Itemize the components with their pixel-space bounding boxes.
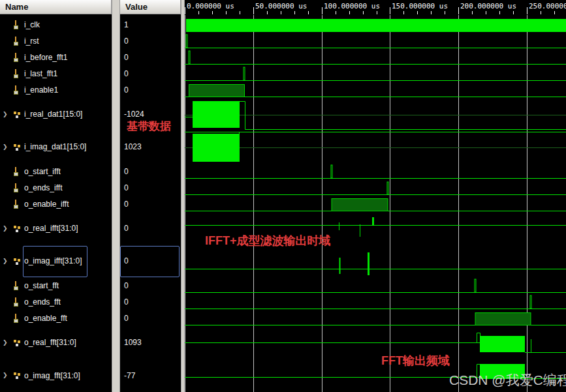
signal-name: o_ends_ifft (24, 183, 63, 192)
signal-value: 0 (124, 53, 129, 62)
signal-row-o_ends_fft[interactable]: o_ends_fft (0, 294, 112, 310)
value-cell-i_before_fft1[interactable]: 0 (120, 49, 181, 65)
time-label-150: 150.000000 us (392, 2, 448, 10)
signal-row-o_start_fft[interactable]: o_start_fft (0, 277, 112, 294)
signal-name: i_real_dat1[15:0] (24, 110, 82, 119)
value-cell-i_enable1[interactable]: 0 (120, 82, 181, 98)
time-label-50: 50.000000 us (255, 2, 307, 10)
signal-value: 0 (124, 167, 129, 176)
signal-value: -1024 (124, 110, 144, 119)
signal-row-i_rst[interactable]: i_rst (0, 33, 112, 49)
wave-o_imag_ifft[interactable] (185, 252, 566, 275)
signal-row-o_enable_fft[interactable]: o_enable_fft (0, 310, 112, 326)
value-cell-i_imag_dat1[interactable]: 1023 (120, 130, 181, 163)
value-wave-splitter[interactable] (181, 0, 185, 392)
value-cell-o_enable_ifft[interactable]: 0 (120, 196, 181, 212)
signal-value: 0 (124, 69, 129, 78)
selected-name-outline (23, 246, 87, 277)
expand-arrow-icon[interactable]: ❯ (3, 144, 10, 150)
expand-arrow-icon[interactable]: ❯ (3, 226, 10, 232)
wave-o_enable_ifft[interactable] (185, 199, 566, 211)
wave-i_imag_dat1[interactable] (185, 132, 566, 162)
selected-value-outline (120, 246, 180, 277)
scalar-signal-icon (13, 200, 22, 208)
waveform-viewer-window: 0.000000 us 50.000000 us 100.000000 us 1… (0, 0, 566, 392)
value-column-header[interactable]: Value (120, 0, 181, 14)
signal-row-o_real_fft[interactable]: ❯o_real_fft[31:0] (0, 326, 112, 359)
bus-signal-icon (13, 110, 22, 119)
name-column-header[interactable]: Name (0, 0, 112, 14)
wave-i_clk[interactable] (186, 19, 566, 32)
value-cell-o_imag_fft[interactable]: -77 (120, 359, 181, 392)
expand-arrow-icon[interactable]: ❯ (3, 372, 10, 378)
signal-row-i_last_fft1[interactable]: i_last_fft1 (0, 65, 112, 82)
value-cell-o_start_fft[interactable]: 0 (120, 277, 181, 294)
scalar-signal-icon (13, 53, 22, 61)
signal-value: 0 (124, 281, 129, 290)
wave-o_start_ifft[interactable] (185, 165, 566, 179)
scalar-signal-icon (13, 314, 22, 322)
wave-o_start_fft[interactable] (185, 279, 566, 293)
signal-row-i_enable1[interactable]: i_enable1 (0, 82, 112, 98)
wave-o_ends_fft[interactable] (185, 295, 566, 309)
expand-arrow-icon[interactable]: ❯ (3, 112, 10, 117)
value-cell-o_ends_fft[interactable]: 0 (120, 294, 181, 310)
scalar-signal-icon (13, 37, 22, 45)
signal-name: i_last_fft1 (24, 69, 57, 78)
value-cell-o_enable_fft[interactable]: 0 (120, 310, 181, 326)
signal-row-i_imag_dat1[interactable]: ❯i_imag_dat1[15:0] (0, 130, 112, 163)
scalar-signal-icon (13, 69, 22, 78)
signal-row-o_start_ifft[interactable]: o_start_ifft (0, 163, 112, 179)
bus-signal-icon (13, 371, 22, 380)
value-cell-i_last_fft1[interactable]: 0 (120, 65, 181, 82)
signal-row-o_imag_fft[interactable]: ❯o_imag_fft[31:0] (0, 359, 112, 392)
value-cell-i_clk[interactable]: 1 (120, 16, 181, 33)
bus-signal-icon (13, 224, 22, 233)
bus-signal-icon (13, 143, 22, 151)
signal-row-o_enable_ifft[interactable]: o_enable_ifft (0, 196, 112, 212)
signal-row-i_before_fft1[interactable]: i_before_fft1 (0, 49, 112, 65)
signal-name: o_start_fft (24, 281, 59, 290)
value-cell-o_start_ifft[interactable]: 0 (120, 163, 181, 179)
signal-value: 0 (124, 183, 129, 192)
wave-i_last_fft1[interactable] (185, 67, 566, 81)
value-cell-i_rst[interactable]: 0 (120, 33, 181, 49)
signal-name: i_imag_dat1[15:0] (24, 142, 86, 151)
signal-row-i_real_dat1[interactable]: ❯i_real_dat1[15:0] (0, 98, 112, 130)
scalar-signal-icon (13, 183, 22, 192)
wave-i_real_dat1[interactable] (185, 101, 566, 130)
signal-name: o_imag_fft[31:0] (24, 371, 80, 380)
wave-o_real_fft[interactable] (185, 333, 566, 353)
wave-o_ends_ifft[interactable] (185, 182, 566, 195)
expand-arrow-icon[interactable]: ❯ (3, 340, 10, 346)
expand-arrow-icon[interactable]: ❯ (3, 258, 10, 264)
annotation-ifft-output: IFFT+成型滤波输出时域 (205, 233, 331, 249)
signal-row-o_ends_ifft[interactable]: o_ends_ifft (0, 179, 112, 196)
signal-name: i_before_fft1 (24, 53, 68, 62)
wave-i_before_fft1[interactable] (185, 51, 566, 65)
value-cell-o_ends_ifft[interactable]: 0 (120, 179, 181, 196)
signal-value: 1023 (124, 142, 142, 151)
name-value-splitter[interactable] (112, 0, 120, 392)
annotation-fft-output: FFT输出频域 (381, 353, 450, 369)
signal-value: 1 (124, 20, 129, 29)
signal-value: 0 (124, 314, 129, 323)
signal-name: o_real_fft[31:0] (24, 338, 76, 347)
signal-row-i_clk[interactable]: i_clk (0, 16, 112, 33)
wave-i_rst[interactable] (185, 35, 566, 48)
signal-value: 0 (124, 224, 129, 233)
signal-name: i_clk (24, 20, 40, 29)
time-label-0: 0.000000 us (187, 2, 234, 10)
wave-o_enable_fft[interactable] (185, 313, 566, 325)
value-cell-o_real_ifft[interactable]: 0 (120, 212, 181, 245)
value-cell-o_real_fft[interactable]: 1093 (120, 326, 181, 359)
signal-name: o_enable_ifft (24, 200, 69, 209)
bus-signal-icon (13, 257, 22, 265)
signal-value: 0 (124, 297, 129, 307)
scalar-signal-icon (13, 297, 22, 306)
signal-name: i_rst (24, 37, 39, 46)
signal-name: o_real_ifft[31:0] (24, 224, 78, 233)
wave-i_enable1[interactable] (185, 85, 566, 97)
scalar-signal-icon (13, 85, 22, 94)
signal-row-o_real_ifft[interactable]: ❯o_real_ifft[31:0] (0, 212, 112, 245)
